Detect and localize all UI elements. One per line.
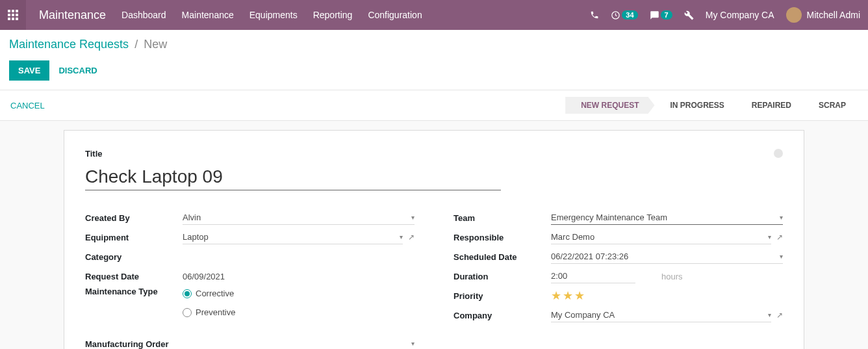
- breadcrumb-bar: Maintenance Requests / New: [0, 30, 868, 55]
- stage-repaired[interactable]: REPAIRED: [736, 97, 803, 114]
- company-field[interactable]: My Company CA ▾: [551, 308, 771, 322]
- external-link-icon[interactable]: ↗: [776, 233, 783, 242]
- activity-badge: 34: [622, 10, 637, 19]
- company-label: Company: [453, 311, 551, 320]
- stage-bar: NEW REQUEST IN PROGRESS REPAIRED SCRAP: [565, 97, 858, 114]
- equipment-label: Equipment: [85, 233, 183, 242]
- hours-label: hours: [661, 272, 683, 281]
- title-input[interactable]: [85, 161, 501, 190]
- chevron-down-icon[interactable]: ▾: [400, 233, 403, 240]
- cancel-button[interactable]: CANCEL: [10, 101, 45, 110]
- user-name: Mitchell Admi: [807, 10, 860, 20]
- chevron-down-icon[interactable]: ▾: [780, 214, 783, 221]
- category-field: [183, 250, 415, 264]
- maintenance-type-label: Maintenance Type: [85, 287, 183, 296]
- form-wrap: Title Created By Alvin ▾ Equipment Lapto…: [0, 121, 868, 349]
- scheduled-date-label: Scheduled Date: [453, 252, 551, 262]
- duration-label: Duration: [453, 272, 551, 281]
- messages-badge: 7: [661, 10, 672, 19]
- stage-new-request[interactable]: NEW REQUEST: [565, 97, 654, 114]
- chevron-down-icon[interactable]: ▾: [768, 233, 771, 240]
- nav-equipments[interactable]: Equipments: [249, 10, 298, 20]
- star-icon[interactable]: ★: [551, 290, 561, 302]
- nav-reporting[interactable]: Reporting: [313, 10, 353, 20]
- main-nav: Dashboard Maintenance Equipments Reporti…: [121, 10, 422, 20]
- radio-icon[interactable]: [183, 308, 192, 317]
- request-date-label: Request Date: [85, 272, 183, 281]
- breadcrumb-current: New: [144, 38, 167, 51]
- created-by-field[interactable]: Alvin ▾: [183, 211, 415, 225]
- created-by-label: Created By: [85, 213, 183, 223]
- top-navbar: Maintenance Dashboard Maintenance Equipm…: [0, 0, 868, 30]
- team-label: Team: [453, 213, 551, 223]
- priority-label: Priority: [453, 291, 551, 301]
- chevron-down-icon[interactable]: ▾: [780, 253, 783, 260]
- breadcrumb-parent[interactable]: Maintenance Requests: [9, 38, 129, 51]
- chevron-down-icon[interactable]: ▾: [411, 340, 415, 347]
- messages-icon[interactable]: 7: [650, 10, 672, 20]
- save-button[interactable]: SAVE: [9, 60, 49, 81]
- star-icon[interactable]: ★: [574, 290, 585, 302]
- category-label: Category: [85, 252, 183, 262]
- app-brand: Maintenance: [26, 8, 121, 22]
- breadcrumb: Maintenance Requests / New: [9, 38, 859, 51]
- apps-menu-icon[interactable]: [0, 0, 26, 30]
- tools-icon[interactable]: [684, 10, 694, 20]
- nav-maintenance[interactable]: Maintenance: [182, 10, 234, 20]
- kanban-state-dot[interactable]: [774, 149, 783, 158]
- external-link-icon[interactable]: ↗: [408, 233, 415, 242]
- phone-icon[interactable]: [590, 10, 599, 19]
- manufacturing-order-field[interactable]: ▾: [183, 337, 415, 349]
- title-label: Title: [85, 149, 783, 159]
- priority-stars: ★ ★ ★: [551, 289, 585, 303]
- right-column: Team Emergency Maintenance Team ▾ Respon…: [453, 209, 783, 349]
- star-icon[interactable]: ★: [563, 290, 573, 302]
- nav-configuration[interactable]: Configuration: [368, 10, 422, 20]
- status-row: CANCEL NEW REQUEST IN PROGRESS REPAIRED …: [0, 90, 868, 121]
- stage-scrap[interactable]: SCRAP: [803, 97, 858, 114]
- action-bar: SAVE DISCARD: [0, 55, 868, 90]
- discard-button[interactable]: DISCARD: [58, 66, 97, 75]
- nav-dashboard[interactable]: Dashboard: [121, 10, 166, 20]
- responsible-field[interactable]: Marc Demo ▾: [551, 230, 771, 244]
- radio-preventive[interactable]: Preventive: [183, 305, 415, 319]
- form-card: Title Created By Alvin ▾ Equipment Lapto…: [64, 130, 804, 349]
- chevron-down-icon[interactable]: ▾: [411, 214, 415, 221]
- radio-icon[interactable]: [183, 289, 192, 298]
- company-switcher[interactable]: My Company CA: [706, 10, 774, 20]
- request-date-field: 06/09/2021: [183, 269, 415, 283]
- stage-in-progress[interactable]: IN PROGRESS: [655, 97, 736, 114]
- responsible-label: Responsible: [453, 233, 551, 242]
- activity-icon[interactable]: 34: [611, 10, 637, 20]
- left-column: Created By Alvin ▾ Equipment Laptop ▾ ↗ …: [85, 209, 415, 349]
- user-menu[interactable]: Mitchell Admi: [786, 7, 860, 23]
- equipment-field[interactable]: Laptop ▾: [183, 230, 403, 244]
- avatar: [786, 7, 802, 23]
- top-right-tray: 34 7 My Company CA Mitchell Admi: [590, 7, 868, 23]
- duration-field[interactable]: 2:00: [551, 269, 635, 283]
- chevron-down-icon[interactable]: ▾: [768, 311, 771, 318]
- scheduled-date-field[interactable]: 06/22/2021 07:23:26 ▾: [551, 250, 783, 264]
- team-field[interactable]: Emergency Maintenance Team ▾: [551, 211, 783, 225]
- external-link-icon[interactable]: ↗: [776, 311, 783, 320]
- breadcrumb-sep: /: [134, 38, 138, 51]
- radio-corrective[interactable]: Corrective: [183, 287, 415, 300]
- manufacturing-order-label: Manufacturing Order: [85, 339, 183, 349]
